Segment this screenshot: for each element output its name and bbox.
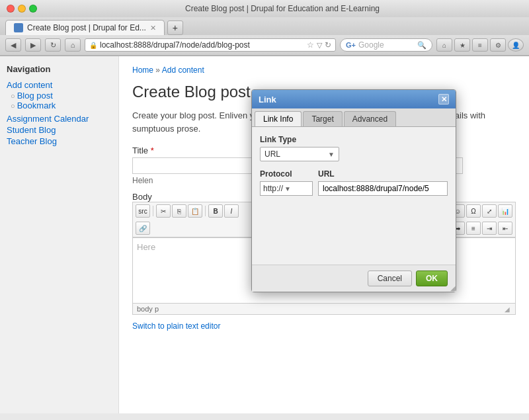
title-required: * bbox=[151, 146, 154, 155]
toolbar-icons: ⌂ ★ ≡ ⚙ 👤 bbox=[436, 38, 524, 52]
dialog-tab-target[interactable]: Target bbox=[303, 111, 342, 126]
breadcrumb-add-content[interactable]: Add content bbox=[162, 65, 204, 75]
helen-hint: Helen bbox=[132, 176, 153, 185]
more-button[interactable]: ≡ bbox=[472, 38, 488, 52]
maximize-button[interactable] bbox=[29, 5, 37, 13]
browser-chrome: Create Blog post | Drupal for Education … bbox=[0, 0, 529, 56]
editor-justify-btn[interactable]: ≡ bbox=[466, 222, 481, 235]
forward-button[interactable]: ▶ bbox=[25, 38, 41, 52]
url-star-icon: ☆ bbox=[307, 40, 314, 50]
url-column: URL bbox=[318, 169, 448, 196]
user-button[interactable]: 👤 bbox=[508, 38, 524, 52]
statusbar-text: body p bbox=[137, 305, 159, 313]
cancel-button[interactable]: Cancel bbox=[368, 271, 412, 286]
editor-outdent-btn[interactable]: ⇤ bbox=[498, 222, 512, 235]
title-label-text: Title bbox=[132, 146, 148, 155]
editor-special-char-btn[interactable]: Ω bbox=[466, 204, 481, 218]
select-arrow-icon: ▼ bbox=[328, 151, 335, 158]
breadcrumb: Home » Add content bbox=[132, 65, 516, 75]
sidebar-item-assignment-calendar[interactable]: Assignment Calendar bbox=[7, 113, 112, 124]
home-nav-button[interactable]: ⌂ bbox=[436, 38, 452, 52]
url-field-label: URL bbox=[318, 169, 448, 179]
link-dialog: Link ✕ Link Info Target Advanced Link Ty… bbox=[251, 89, 456, 292]
close-button[interactable] bbox=[7, 5, 15, 13]
editor-copy-btn[interactable]: ⎘ bbox=[172, 204, 186, 218]
editor-chart-btn[interactable]: 📊 bbox=[498, 204, 512, 218]
search-bar[interactable]: G+ Google 🔍 bbox=[340, 38, 432, 52]
dialog-footer: Cancel OK bbox=[252, 265, 456, 292]
sidebar-nav-label: Navigation bbox=[7, 64, 112, 74]
back-button[interactable]: ◀ bbox=[5, 38, 21, 52]
extensions-button[interactable]: ⚙ bbox=[490, 38, 506, 52]
protocol-arrow-icon: ▼ bbox=[284, 185, 291, 192]
switch-editor-link[interactable]: Switch to plain text editor bbox=[132, 321, 516, 331]
editor-paste-btn[interactable]: 📋 bbox=[188, 204, 202, 218]
editor-source-btn[interactable]: src bbox=[136, 204, 150, 218]
sidebar: Navigation Add content ○ Blog post ○ Boo… bbox=[0, 56, 119, 413]
sidebar-item-add-content[interactable]: Add content bbox=[7, 79, 112, 91]
dialog-titlebar: Link ✕ bbox=[252, 90, 456, 108]
editor-chain-link-btn[interactable]: 🔗 bbox=[136, 222, 150, 235]
url-text: localhost:8888/drupal7/node/add/blog-pos… bbox=[100, 40, 304, 50]
dialog-tab-advanced[interactable]: Advanced bbox=[344, 111, 396, 126]
bookmark-icon-button[interactable]: ★ bbox=[454, 38, 470, 52]
breadcrumb-sep: » bbox=[155, 65, 160, 75]
url-bar[interactable]: 🔒 localhost:8888/drupal7/node/add/blog-p… bbox=[85, 38, 336, 52]
editor-cut-btn[interactable]: ✂ bbox=[156, 204, 171, 218]
sidebar-item-bookmark[interactable]: Bookmark bbox=[17, 100, 56, 111]
minimize-button[interactable] bbox=[18, 5, 26, 13]
window-title: Create Blog post | Drupal for Education … bbox=[42, 4, 522, 13]
search-submit-icon: 🔍 bbox=[417, 41, 427, 50]
title-bar: Create Blog post | Drupal for Education … bbox=[0, 0, 529, 17]
editor-maximize-btn[interactable]: ⤢ bbox=[482, 204, 497, 218]
dialog-tabs: Link Info Target Advanced bbox=[252, 108, 456, 127]
dialog-title: Link bbox=[259, 95, 438, 105]
url-refresh-icon: ▽ bbox=[317, 41, 322, 50]
resize-handle[interactable]: ◢ bbox=[505, 306, 511, 312]
search-placeholder: Google bbox=[358, 40, 384, 50]
tab-bar: Create Blog post | Drupal for Ed... ✕ + bbox=[0, 17, 529, 35]
url-icon: 🔒 bbox=[89, 42, 97, 49]
editor-bold-btn[interactable]: B bbox=[208, 204, 223, 218]
search-engine-icon: G+ bbox=[346, 41, 356, 49]
dialog-tab-link-info[interactable]: Link Info bbox=[255, 111, 302, 126]
protocol-column: Protocol http:// ▼ bbox=[260, 169, 313, 196]
window-controls bbox=[7, 5, 37, 13]
browser-tab[interactable]: Create Blog post | Drupal for Ed... ✕ bbox=[5, 20, 165, 35]
body-label: Body bbox=[132, 192, 152, 202]
link-type-select[interactable]: URL ▼ bbox=[260, 147, 448, 161]
link-type-value[interactable]: URL ▼ bbox=[260, 147, 339, 161]
tab-close-icon[interactable]: ✕ bbox=[150, 24, 156, 32]
address-bar: ◀ ▶ ↻ ⌂ 🔒 localhost:8888/drupal7/node/ad… bbox=[0, 35, 529, 56]
dialog-resize-handle[interactable]: ◢ bbox=[448, 284, 456, 292]
protocol-url-row: Protocol http:// ▼ URL bbox=[260, 169, 448, 196]
main-content: Home » Add content Create Blog post Crea… bbox=[119, 56, 529, 413]
tab-favicon bbox=[14, 23, 23, 32]
protocol-select[interactable]: http:// ▼ bbox=[260, 181, 313, 196]
sidebar-item-teacher-blog[interactable]: Teacher Blog bbox=[7, 136, 112, 147]
dialog-body: Link Type URL ▼ Protocol http:// ▼ bbox=[252, 127, 456, 265]
editor-statusbar: body p ◢ bbox=[132, 304, 516, 315]
protocol-label: Protocol bbox=[260, 169, 313, 179]
dialog-close-button[interactable]: ✕ bbox=[438, 94, 449, 105]
dialog-spacer bbox=[260, 204, 448, 257]
tab-label: Create Blog post | Drupal for Ed... bbox=[27, 23, 146, 32]
url-input[interactable] bbox=[318, 181, 448, 196]
link-type-label: Link Type bbox=[260, 135, 448, 144]
ok-button[interactable]: OK bbox=[416, 271, 448, 286]
reload-button[interactable]: ↻ bbox=[45, 38, 61, 52]
editor-indent-btn[interactable]: ⇥ bbox=[482, 222, 497, 235]
url-reload-icon: ↻ bbox=[325, 40, 331, 50]
breadcrumb-home[interactable]: Home bbox=[132, 65, 153, 75]
title-label: Title * bbox=[132, 146, 154, 155]
sidebar-item-student-blog[interactable]: Student Blog bbox=[7, 124, 112, 136]
sidebar-section: Add content ○ Blog post ○ Bookmark bbox=[7, 79, 112, 110]
editor-placeholder: Here bbox=[137, 242, 155, 252]
editor-italic-btn[interactable]: I bbox=[224, 204, 239, 218]
new-tab-button[interactable]: + bbox=[167, 21, 183, 35]
page-body: Navigation Add content ○ Blog post ○ Boo… bbox=[0, 56, 529, 413]
home-button[interactable]: ⌂ bbox=[65, 38, 81, 52]
